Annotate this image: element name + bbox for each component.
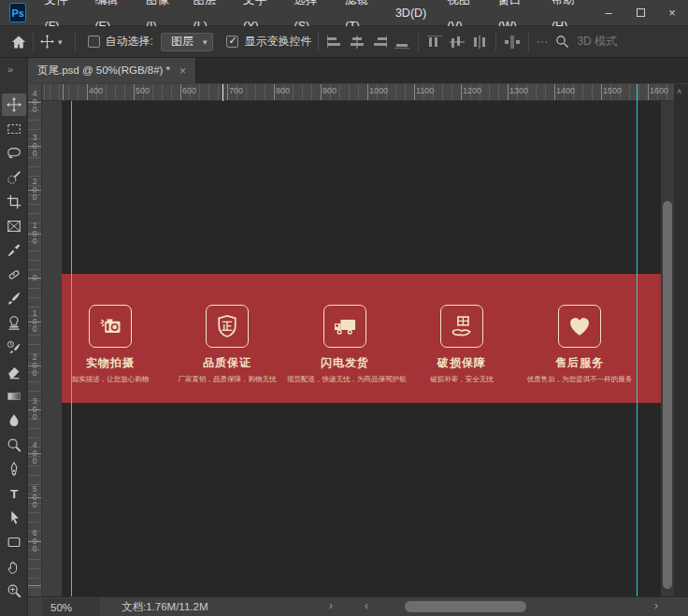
- ruler-label: 500: [136, 86, 150, 95]
- zoom-tool[interactable]: [2, 580, 26, 602]
- ruler-label: 1100: [416, 86, 434, 95]
- ruler-label: 100: [28, 309, 41, 334]
- move-tool-preset-icon[interactable]: [40, 35, 54, 49]
- auto-select-target-dropdown[interactable]: 图层 ▾: [161, 33, 214, 51]
- vertical-ruler[interactable]: 4003002001000100200300400500600: [28, 101, 42, 596]
- feature-item: 闪电发货现货配送，快递无忧，为商品保驾护航: [287, 305, 403, 384]
- ruler-label: 1600: [650, 86, 668, 95]
- lasso-tool[interactable]: [2, 142, 26, 165]
- scroll-left-arrow-icon[interactable]: ‹: [365, 599, 368, 612]
- document-tab[interactable]: 页尾.psd @ 50%(RGB/8#) * ×: [28, 58, 196, 83]
- healing-brush-tool-icon: [6, 266, 22, 283]
- path-selection-tool-icon: [6, 509, 22, 526]
- document-canvas[interactable]: 实物拍摄如实描述，让您放心购物正品质保证厂家直销，品质保障，购物无忧闪电发货现货…: [62, 101, 661, 596]
- align-vertical-centers-icon[interactable]: [448, 34, 466, 50]
- blur-tool[interactable]: [2, 409, 26, 432]
- footer-banner: 实物拍摄如实描述，让您放心购物正品质保证厂家直销，品质保障，购物无忧闪电发货现货…: [62, 274, 661, 403]
- camera-icon: [97, 313, 123, 339]
- eyedropper-tool[interactable]: [2, 239, 26, 262]
- photoshop-window: Ps 文件(F)编辑(E)图像(I)图层(L)文字(Y)选择(S)滤镜(T)3D…: [0, 0, 688, 616]
- eraser-tool[interactable]: [2, 361, 26, 383]
- vertical-scrollbar[interactable]: [661, 101, 674, 596]
- ruler-label: 400: [89, 86, 103, 95]
- align-icons-group: [425, 34, 489, 50]
- hand-tool-icon: [6, 558, 22, 575]
- history-brush-tool[interactable]: [2, 337, 26, 359]
- chevron-down-icon[interactable]: ▾: [58, 37, 63, 47]
- guide-line[interactable]: [71, 101, 72, 596]
- healing-brush-tool[interactable]: [2, 264, 26, 286]
- window-controls: – ×: [593, 0, 688, 25]
- ruler-label: 1400: [556, 86, 575, 95]
- auto-select-checkbox[interactable]: [88, 36, 100, 48]
- photoshop-logo-icon: Ps: [9, 3, 26, 22]
- horizontal-scrollbar-thumb[interactable]: [405, 601, 526, 612]
- align-right-edges-icon[interactable]: [370, 34, 389, 50]
- ruler-label: 1300: [509, 86, 528, 95]
- chevron-up-icon[interactable]: ˄: [677, 87, 681, 96]
- move-tool-icon: [6, 96, 22, 113]
- align-top-edges-icon[interactable]: [425, 34, 444, 50]
- ruler-label: 200: [28, 178, 41, 202]
- hand-tool[interactable]: [2, 555, 26, 578]
- clone-stamp-tool-icon: [6, 315, 22, 332]
- quick-selection-tool-icon: [6, 169, 22, 186]
- search-icon[interactable]: [555, 35, 569, 49]
- align-horizontal-centers-icon[interactable]: [348, 34, 366, 50]
- menu-bar: Ps 文件(F)编辑(E)图像(I)图层(L)文字(Y)选择(S)滤镜(T)3D…: [0, 0, 688, 26]
- rectangle-tool[interactable]: [2, 531, 26, 553]
- move-tool[interactable]: [2, 93, 26, 116]
- feature-icon-box: [89, 305, 132, 348]
- crop-tool-icon: [6, 193, 22, 210]
- clone-stamp-tool[interactable]: [2, 312, 26, 335]
- feature-subtitle: 优质售后，为您提供不一样的服务: [522, 375, 638, 384]
- dropdown-value: 图层: [171, 34, 194, 50]
- gradient-tool-icon: [6, 388, 22, 405]
- maximize-icon: [637, 8, 645, 17]
- show-transform-checkbox[interactable]: [226, 36, 238, 48]
- maximize-button[interactable]: [624, 0, 656, 25]
- pen-tool[interactable]: [2, 458, 26, 480]
- tab-close-icon[interactable]: ×: [179, 64, 186, 78]
- ruler-label: 200: [28, 353, 41, 378]
- options-bar: ▾ 自动选择: 图层 ▾ 显示变换控件 ⋯ 3D 模式: [0, 26, 688, 58]
- blur-tool-icon: [6, 412, 22, 429]
- eraser-tool-icon: [6, 364, 22, 380]
- scroll-right-arrow-icon[interactable]: ›: [654, 599, 658, 612]
- quick-selection-tool[interactable]: [2, 166, 26, 189]
- crop-tool[interactable]: [2, 191, 26, 213]
- guide-line[interactable]: [637, 101, 638, 596]
- zoom-level-value: 50%: [50, 602, 72, 613]
- align-bottom-edges-icon[interactable]: [393, 34, 411, 50]
- menu-3D[interactable]: 3D(D): [385, 0, 437, 26]
- ruler-label: 600: [28, 529, 41, 553]
- dodge-tool[interactable]: [2, 434, 26, 456]
- distribute-vertical-icon[interactable]: [470, 34, 489, 50]
- feature-icon-box: 正: [206, 305, 249, 348]
- feature-subtitle: 厂家直销，品质保障，购物无忧: [169, 375, 285, 384]
- horizontal-ruler[interactable]: 4005006007008009001000110012001300140015…: [42, 84, 674, 101]
- brush-tool[interactable]: [2, 288, 26, 310]
- distribute-icons-group: [503, 34, 522, 50]
- ruler-label: 1500: [603, 86, 622, 95]
- auto-select-label: 自动选择:: [106, 34, 153, 50]
- vertical-scrollbar-thumb[interactable]: [663, 201, 672, 589]
- dodge-tool-icon: [6, 437, 22, 453]
- more-align-options-icon[interactable]: ⋯: [536, 35, 548, 49]
- toolbar-collapse-icon[interactable]: »: [7, 64, 13, 75]
- type-tool[interactable]: T: [2, 482, 26, 505]
- canvas-viewport[interactable]: 实物拍摄如实描述，让您放心购物正品质保证厂家直销，品质保障，购物无忧闪电发货现货…: [42, 101, 661, 596]
- rectangular-marquee-tool[interactable]: [2, 118, 26, 140]
- status-popup-arrow-icon[interactable]: ›: [329, 599, 333, 612]
- ruler-label: 300: [28, 397, 41, 422]
- zoom-level-field[interactable]: 50%: [42, 598, 100, 616]
- home-icon[interactable]: [11, 35, 26, 50]
- distribute-horizontal-icon[interactable]: [503, 34, 522, 50]
- path-selection-tool[interactable]: [2, 507, 26, 529]
- align-left-edges-icon[interactable]: [325, 34, 344, 50]
- frame-tool[interactable]: [2, 215, 26, 237]
- svg-text:T: T: [10, 487, 19, 501]
- gradient-tool[interactable]: [2, 385, 26, 408]
- close-button[interactable]: ×: [656, 0, 688, 25]
- minimize-button[interactable]: –: [593, 0, 624, 25]
